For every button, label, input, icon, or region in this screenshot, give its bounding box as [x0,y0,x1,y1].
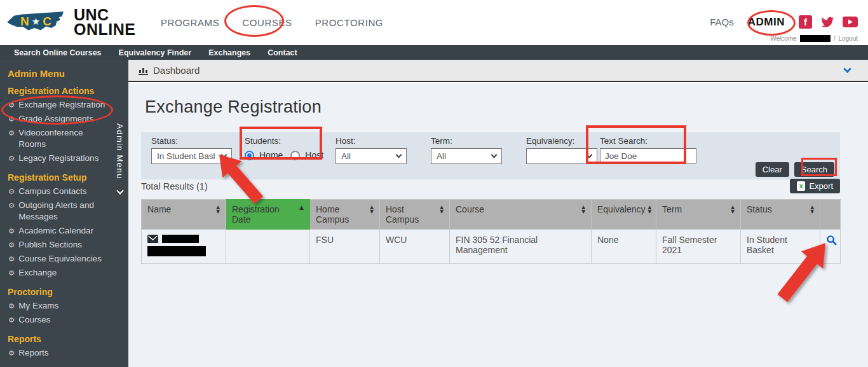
magnifier-icon[interactable] [826,235,837,246]
state-letter-c: C [43,15,52,29]
twitter-icon[interactable] [820,17,834,28]
col-header-registration-date[interactable]: Registration Date▲ [226,200,310,230]
faqs-link[interactable]: FAQs [710,17,734,27]
gear-icon: ⚙ [8,225,15,237]
host-select[interactable]: All [336,148,407,164]
chevron-down-icon [587,152,593,158]
text-search-input[interactable] [600,148,696,163]
sort-icon[interactable]: ▲▼ [731,205,735,214]
gear-icon: ⚙ [8,267,15,279]
term-select[interactable]: All [431,148,502,164]
state-letter-n: N [20,15,30,29]
admin-link[interactable]: ADMIN [748,16,785,29]
youtube-icon[interactable] [843,17,858,27]
secondary-nav: Search Online Courses Equivalency Finder… [0,45,868,60]
gear-icon: ⚙ [8,127,15,139]
col-header-home-campus[interactable]: Home Campus▲▼ [310,200,380,230]
divider: / [834,35,836,42]
sidebar-item-campus-contacts[interactable]: ⚙Campus Contacts [0,184,128,198]
nav-proctoring[interactable]: PROCTORING [315,17,383,28]
social-links: f [799,15,858,29]
subnav-equivalency-finder[interactable]: Equivalency Finder [119,48,192,57]
students-host-label: Host [305,150,323,160]
collapse-chevron-icon [116,187,123,194]
logout-link[interactable]: Logout [838,35,858,42]
sidebar-item-publish-sections[interactable]: ⚙Publish Sections [0,238,128,252]
table-header-row: Name▲▼ Registration Date▲ Home Campus▲▼ … [142,200,841,230]
export-button[interactable]: x Export [790,179,840,193]
dashboard-label: Dashboard [153,65,200,76]
gear-icon: ⚙ [8,99,15,111]
star-icon: ★ [32,16,41,29]
sidebar-item-academic-calendar[interactable]: ⚙Academic Calendar [0,224,128,238]
chevron-down-icon [491,152,498,158]
sidebar-item-outgoing-alerts[interactable]: ⚙Outgoing Alerts and Messages [0,198,128,224]
sort-icon[interactable]: ▲▼ [581,205,585,214]
subnav-search-online-courses[interactable]: Search Online Courses [14,48,102,57]
primary-nav: PROGRAMS COURSES PROCTORING [161,17,383,28]
dashboard-expand-chevron-icon[interactable] [843,65,851,73]
chevron-down-icon [396,152,402,158]
cell-host-campus: WCU [380,230,450,264]
cell-name [142,230,226,264]
redacted-first-name [162,235,199,243]
gear-icon: ⚙ [8,253,15,265]
gear-icon: ⚙ [8,314,15,326]
subnav-exchanges[interactable]: Exchanges [208,48,250,57]
students-host-radio[interactable] [290,151,300,160]
sidebar-item-courses[interactable]: ⚙Courses [0,313,128,327]
facebook-icon[interactable]: f [799,15,812,29]
dashboard-bar[interactable]: Dashboard [128,60,868,82]
sidebar-item-grade-assignments[interactable]: ⚙Grade Assignments [0,112,128,126]
gear-icon: ⚙ [8,347,15,359]
sidebar-item-course-equivalencies[interactable]: ⚙Course Equivalencies [0,252,128,266]
col-header-name[interactable]: Name▲▼ [142,200,226,230]
cell-equivalency: None [592,230,656,264]
unc-online-logo[interactable]: N ★ C UNC ONLINE [6,6,135,39]
total-results: Total Results (1) [141,181,208,191]
status-select[interactable]: In Student Basl [151,148,232,164]
col-header-host-campus[interactable]: Host Campus▲▼ [380,200,450,230]
sidebar-item-exchange[interactable]: ⚙Exchange [0,266,128,280]
sort-icon[interactable]: ▲▼ [440,205,444,225]
sort-asc-icon[interactable]: ▲ [299,204,304,225]
sort-icon[interactable]: ▲▼ [370,205,374,225]
chevron-down-icon [221,152,227,158]
col-header-term[interactable]: Term▲▼ [656,200,741,230]
sort-icon[interactable]: ▲▼ [810,205,814,214]
nav-courses[interactable]: COURSES [242,17,292,28]
sidebar-item-reports[interactable]: ⚙Reports [0,346,128,360]
students-home-radio[interactable] [245,151,254,160]
top-header: N ★ C UNC ONLINE PROGRAMS COURSES PROCTO… [0,0,868,45]
students-home-label: Home [259,150,283,160]
clear-button[interactable]: Clear [756,162,789,177]
sidebar-title: Admin Menu [0,60,128,79]
dashboard-chart-icon [139,66,149,75]
brand-wordmark: UNC ONLINE [74,8,135,37]
col-header-status[interactable]: Status▲▼ [741,200,820,230]
col-header-equivalency[interactable]: Equivalency▲▼ [592,200,656,230]
cell-home-campus: FSU [310,230,380,264]
sidebar-item-legacy-registrations[interactable]: ⚙Legacy Registrations [0,151,128,165]
equivalency-filter-label: Equivalency: [526,136,597,146]
search-button[interactable]: Search [794,162,834,177]
cell-term: Fall Semester 2021 [656,230,741,264]
subnav-contact[interactable]: Contact [268,48,297,57]
envelope-icon[interactable] [147,235,158,243]
cell-view-details [820,230,841,264]
text-search-label: Text Search: [600,136,696,146]
sidebar-item-videoconference-rooms[interactable]: ⚙Videoconference Rooms [0,126,128,151]
gear-icon: ⚙ [8,239,15,251]
table-row: FSU WCU FIN 305 52 Financial Management … [142,230,841,264]
redacted-last-name [147,246,206,256]
sort-icon[interactable]: ▲▼ [648,205,652,214]
col-header-course[interactable]: Course▲▼ [450,200,592,230]
sidebar-item-exchange-registration[interactable]: ⚙Exchange Registration [0,98,128,112]
nav-programs[interactable]: PROGRAMS [161,17,219,28]
equivalency-select[interactable] [526,148,597,164]
cell-course: FIN 305 52 Financial Management [450,230,592,264]
sidebar-item-my-exams[interactable]: ⚙My Exams [0,299,128,313]
sidebar-collapse-strip[interactable]: Admin Menu [115,123,125,193]
sort-icon[interactable]: ▲▼ [216,205,220,214]
sidebar-section-registration-actions: Registration Actions [0,79,128,98]
